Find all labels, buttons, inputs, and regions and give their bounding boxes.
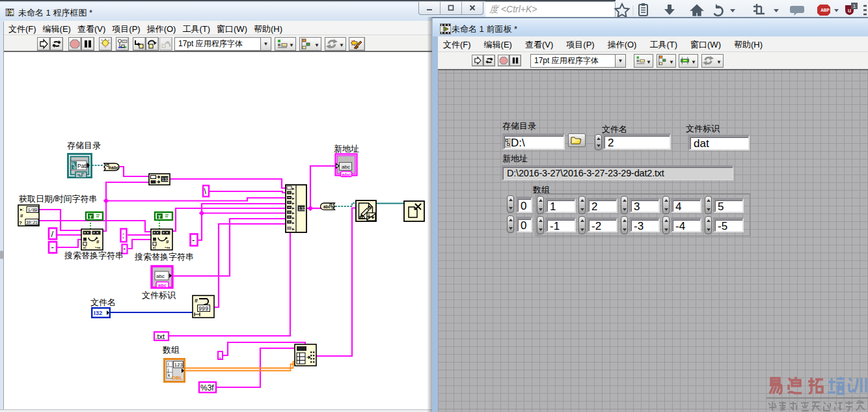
svg-text:DBL: DBL bbox=[172, 375, 183, 381]
svg-text:-: - bbox=[192, 235, 195, 245]
svg-text:T: T bbox=[158, 214, 161, 220]
svg-text:ABP: ABP bbox=[821, 8, 830, 12]
svg-text:ab: ab bbox=[359, 214, 366, 221]
svg-text:T: T bbox=[89, 214, 92, 220]
svg-text:#: # bbox=[195, 297, 198, 304]
svg-text:I32: I32 bbox=[94, 309, 102, 316]
svg-text::: : bbox=[122, 230, 125, 240]
svg-text:▸:: ▸: bbox=[20, 207, 24, 212]
svg-text:132: 132 bbox=[162, 177, 170, 182]
svg-text:j: j bbox=[167, 368, 169, 373]
svg-text:123: 123 bbox=[174, 363, 183, 368]
svg-text:abc: abc bbox=[158, 282, 167, 288]
svg-text:u: u bbox=[848, 7, 852, 14]
svg-text:132: 132 bbox=[299, 206, 306, 211]
svg-text:文件名: 文件名 bbox=[90, 297, 116, 307]
svg-text:1/89: 1/89 bbox=[28, 208, 38, 213]
svg-text:abc: abc bbox=[156, 273, 165, 279]
svg-text:%3f: %3f bbox=[200, 383, 214, 392]
svg-text:999: 999 bbox=[198, 306, 208, 312]
svg-text:获取日期/时间字符串: 获取日期/时间字符串 bbox=[19, 194, 98, 204]
svg-text:1: 1 bbox=[853, 3, 856, 9]
svg-text:新地址: 新地址 bbox=[334, 144, 359, 154]
svg-text:搜索替换字符串: 搜索替换字符串 bbox=[64, 251, 124, 260]
svg-text:#: # bbox=[96, 239, 100, 245]
svg-text:数组: 数组 bbox=[162, 345, 180, 355]
svg-text:文件标识: 文件标识 bbox=[142, 290, 176, 300]
svg-text:abc: abc bbox=[111, 165, 119, 170]
svg-text:,: , bbox=[219, 352, 221, 359]
svg-text:▪!: ▪! bbox=[83, 245, 86, 250]
svg-text:.txt: .txt bbox=[156, 333, 165, 340]
svg-text:#: # bbox=[20, 213, 23, 219]
svg-text:-: - bbox=[51, 242, 54, 252]
svg-text:搜索替换字符串: 搜索替换字符串 bbox=[134, 252, 194, 262]
svg-text:abc: abc bbox=[342, 172, 351, 178]
svg-text:存储目录: 存储目录 bbox=[67, 141, 101, 150]
svg-text:?: ? bbox=[19, 220, 22, 226]
svg-text:↪▪: ↪▪ bbox=[95, 245, 101, 250]
svg-text:k: k bbox=[168, 373, 170, 378]
svg-text:10:21: 10:21 bbox=[26, 220, 38, 225]
svg-text:abc: abc bbox=[342, 164, 350, 170]
svg-text:/: / bbox=[51, 229, 54, 239]
